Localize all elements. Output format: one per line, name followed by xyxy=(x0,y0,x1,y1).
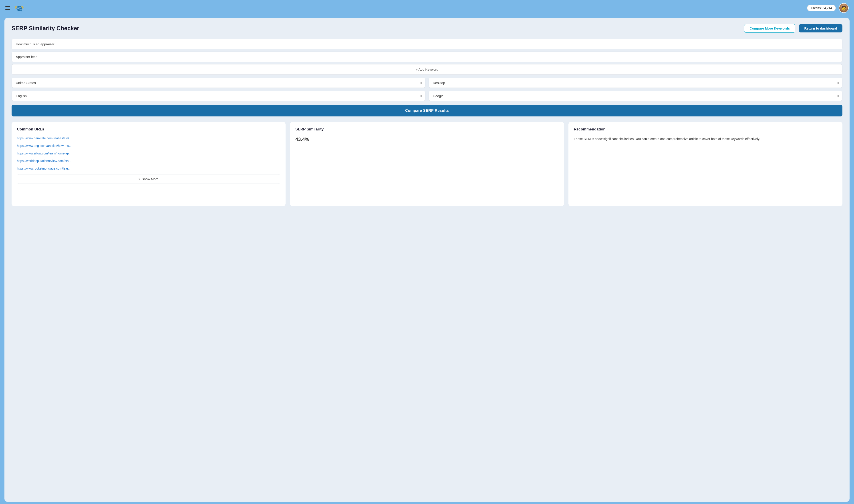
nav-right: Credits: 84,214 🧑 xyxy=(807,3,849,13)
credits-badge: Credits: 84,214 xyxy=(807,5,836,11)
url-list: https://www.bankrate.com/real-estate/...… xyxy=(17,137,280,170)
url-item[interactable]: https://www.zillow.com/learn/home-ap... xyxy=(17,151,280,155)
add-keyword-button[interactable]: + Add Keyword xyxy=(12,64,842,75)
keyword-1-input[interactable] xyxy=(12,39,842,49)
device-select[interactable]: Desktop xyxy=(429,78,842,88)
compare-more-button[interactable]: Compare More Keywords xyxy=(744,24,796,33)
country-select-wrapper: United States xyxy=(12,78,425,88)
keyword-2-input[interactable] xyxy=(12,52,842,62)
logo-icon xyxy=(13,2,25,14)
avatar: 🧑 xyxy=(839,3,849,13)
recommendation-title: Recommendation xyxy=(574,127,837,131)
recommendation-text: These SERPs show significant similaritie… xyxy=(574,137,837,142)
url-item[interactable]: https://worldpopulationreview.com/sta... xyxy=(17,159,280,163)
page-header: SERP Similarity Checker Compare More Key… xyxy=(12,24,842,33)
top-nav: Credits: 84,214 🧑 xyxy=(0,0,854,16)
url-item[interactable]: https://www.rocketmortgage.com/lear... xyxy=(17,167,280,170)
return-to-dashboard-button[interactable]: Return to dashboard xyxy=(799,24,842,33)
avatar-image: 🧑 xyxy=(839,3,848,13)
url-item[interactable]: https://www.bankrate.com/real-estate/... xyxy=(17,137,280,140)
show-more-label: Show More xyxy=(142,177,159,181)
serp-similarity-title: SERP Similarity xyxy=(295,127,559,131)
language-select-wrapper: English xyxy=(12,91,425,101)
common-urls-card: Common URLs https://www.bankrate.com/rea… xyxy=(12,122,285,206)
language-select[interactable]: English xyxy=(12,91,425,101)
main-container: SERP Similarity Checker Compare More Key… xyxy=(4,18,850,502)
url-item[interactable]: https://www.angi.com/articles/how-mu... xyxy=(17,144,280,147)
hamburger-icon[interactable] xyxy=(5,6,10,10)
nav-left xyxy=(5,2,25,14)
serp-similarity-card: SERP Similarity 43.4% xyxy=(290,122,564,206)
svg-point-4 xyxy=(19,8,20,9)
header-buttons: Compare More Keywords Return to dashboar… xyxy=(744,24,842,33)
search-engine-select-wrapper: Google xyxy=(429,91,842,101)
device-select-wrapper: Desktop xyxy=(429,78,842,88)
keyword-input-group: + Add Keyword xyxy=(12,39,842,75)
common-urls-title: Common URLs xyxy=(17,127,280,131)
results-grid: Common URLs https://www.bankrate.com/rea… xyxy=(12,122,842,206)
show-more-button[interactable]: ▾ Show More xyxy=(17,174,280,184)
chevron-down-icon: ▾ xyxy=(139,178,140,181)
recommendation-card: Recommendation These SERPs show signific… xyxy=(569,122,842,206)
compare-serp-button[interactable]: Compare SERP Results xyxy=(12,105,842,116)
search-engine-select[interactable]: Google xyxy=(429,91,842,101)
filter-selects-row: United States Desktop English Google xyxy=(12,78,842,101)
page-title: SERP Similarity Checker xyxy=(12,25,79,32)
similarity-value: 43.4% xyxy=(295,137,559,142)
country-select[interactable]: United States xyxy=(12,78,425,88)
